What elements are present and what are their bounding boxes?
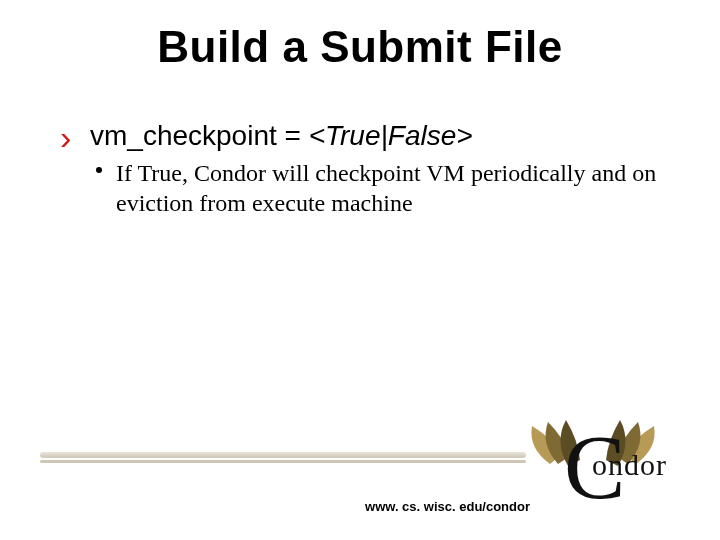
- slide: Build a Submit File › vm_checkpoint = <T…: [0, 0, 720, 540]
- angle-icon: ›: [60, 118, 71, 157]
- sub-rest: Condor will checkpoint VM periodically a…: [116, 160, 656, 216]
- slide-body: › vm_checkpoint = <True|False> If True, …: [60, 120, 660, 218]
- bullet-level2: If True, Condor will checkpoint VM perio…: [60, 158, 660, 218]
- bullet-level1: › vm_checkpoint = <True|False>: [60, 120, 660, 152]
- setting-value: <True|False>: [309, 120, 473, 151]
- sub-lead: If True,: [116, 160, 194, 186]
- dot-icon: [96, 167, 102, 173]
- logo-text: ondor: [592, 448, 667, 482]
- footer-url: www. cs. wisc. edu/condor: [0, 499, 530, 514]
- condor-logo: C ondor: [526, 404, 694, 522]
- slide-title: Build a Submit File: [0, 22, 720, 72]
- setting-key: vm_checkpoint =: [90, 120, 309, 151]
